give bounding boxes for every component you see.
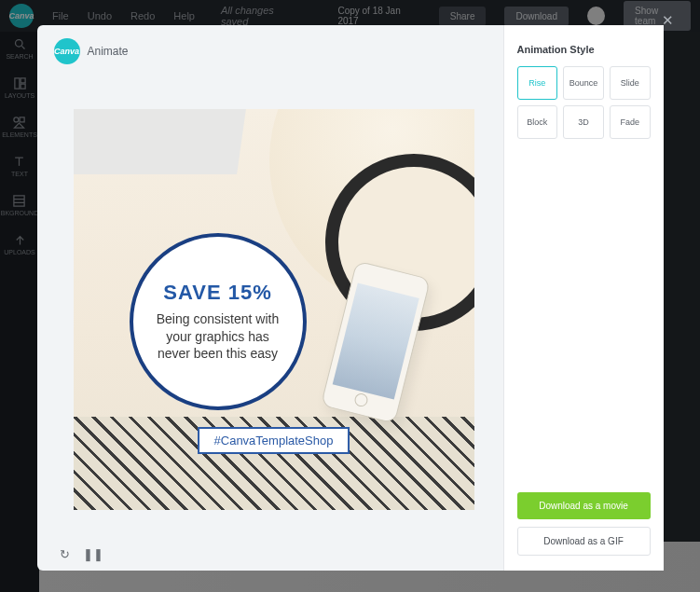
close-icon: ✕ — [662, 12, 674, 29]
pause-icon: ❚❚ — [83, 547, 103, 561]
download-movie-button[interactable]: Download as a movie — [517, 492, 651, 519]
replay-button[interactable]: ↻ — [60, 547, 70, 561]
canvas-wrap: SAVE 15% Being consistent with your grap… — [54, 81, 494, 538]
badge-headline: SAVE 15% — [163, 281, 271, 305]
style-rise[interactable]: Rise — [517, 66, 558, 100]
download-gif-button[interactable]: Download as a GIF — [517, 527, 651, 556]
animation-panel: Animation Style Rise Bounce Slide Block … — [503, 25, 664, 571]
style-bounce[interactable]: Bounce — [563, 66, 604, 100]
animate-modal: ✕ Canva Animate SAVE 15% Being consisten… — [37, 25, 664, 571]
laptop-graphic — [74, 109, 246, 174]
preview-controls: ↻ ❚❚ — [54, 538, 494, 561]
modal-overlay: ✕ Canva Animate SAVE 15% Being consisten… — [0, 0, 700, 592]
hashtag-label: #CanvaTemplateShop — [198, 427, 350, 454]
replay-icon: ↻ — [60, 547, 70, 561]
animation-style-grid: Rise Bounce Slide Block 3D Fade — [517, 66, 651, 139]
pause-button[interactable]: ❚❚ — [83, 547, 103, 561]
close-button[interactable]: ✕ — [660, 12, 677, 29]
modal-title: Animate — [88, 45, 129, 58]
style-block[interactable]: Block — [517, 105, 558, 139]
design-canvas[interactable]: SAVE 15% Being consistent with your grap… — [74, 109, 474, 510]
circle-badge: SAVE 15% Being consistent with your grap… — [130, 233, 307, 410]
style-3d[interactable]: 3D — [563, 105, 604, 139]
style-slide[interactable]: Slide — [610, 66, 651, 100]
preview-panel: Canva Animate SAVE 15% Being consistent … — [37, 25, 503, 571]
style-fade[interactable]: Fade — [610, 105, 651, 139]
badge-subtext: Being consistent with your graphics has … — [150, 310, 286, 364]
preview-header: Canva Animate — [54, 38, 494, 64]
animation-style-heading: Animation Style — [517, 44, 651, 55]
canva-logo-icon: Canva — [54, 38, 80, 64]
